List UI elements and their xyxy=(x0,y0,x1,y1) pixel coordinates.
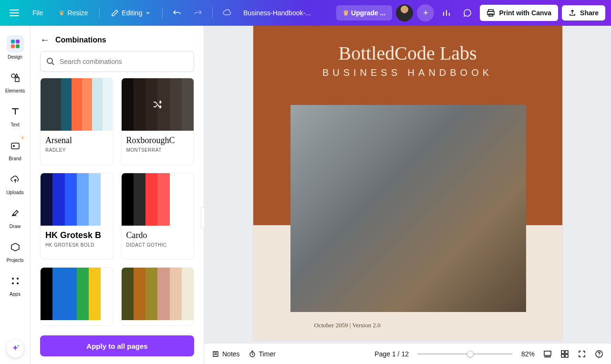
add-member-button[interactable]: + xyxy=(417,4,434,21)
rail-draw[interactable]: Draw xyxy=(1,201,30,233)
svg-point-13 xyxy=(12,282,14,284)
share-button[interactable]: Share xyxy=(562,5,605,21)
combination-card[interactable]: RoxboroughCMONTSERRAT xyxy=(121,78,195,165)
pencil-icon xyxy=(111,9,119,17)
svg-point-15 xyxy=(18,345,19,347)
svg-rect-9 xyxy=(11,143,19,149)
back-button[interactable]: ← xyxy=(40,34,50,45)
combo-title: Cardo xyxy=(126,230,189,240)
print-button[interactable]: Print with Canva xyxy=(480,5,558,21)
combination-card[interactable]: CardoDidact Gothic xyxy=(121,173,195,260)
svg-point-11 xyxy=(12,278,14,280)
combo-title: Arsenal xyxy=(45,135,108,146)
svg-rect-18 xyxy=(544,351,551,355)
magic-button[interactable] xyxy=(7,340,24,357)
rail-projects[interactable]: Projects xyxy=(1,235,30,267)
user-avatar[interactable] xyxy=(396,4,413,21)
top-toolbar: File ♛Resize Editing Business-Handbook-.… xyxy=(0,0,611,26)
menu-button[interactable] xyxy=(6,4,23,21)
svg-rect-22 xyxy=(561,354,564,357)
bottom-toolbar: Notes Timer Page 1 / 12 82% xyxy=(204,343,611,364)
view-thumbnail-button[interactable] xyxy=(543,350,552,358)
combinations-panel: ← Combinations ArsenalRadleyRoxboroughCM… xyxy=(31,26,204,364)
combination-card[interactable]: ArsenalRadley xyxy=(40,78,114,165)
page-footer-text[interactable]: October 2059 | Version 2.0 xyxy=(314,322,381,329)
rail-design[interactable]: Design xyxy=(1,31,30,63)
search-icon xyxy=(46,57,55,66)
redo-button[interactable] xyxy=(189,4,207,21)
svg-rect-8 xyxy=(15,78,19,82)
undo-button[interactable] xyxy=(168,4,186,21)
canvas-area: BottledCode Labs BUSINESS HANDBOOK Octob… xyxy=(204,26,611,364)
comments-button[interactable] xyxy=(459,4,476,21)
svg-rect-4 xyxy=(16,40,20,43)
fullscreen-button[interactable] xyxy=(578,350,586,358)
svg-point-10 xyxy=(13,145,15,147)
share-icon xyxy=(569,9,576,17)
svg-rect-20 xyxy=(561,351,564,354)
combo-subtitle: MONTSERRAT xyxy=(126,147,189,153)
svg-point-12 xyxy=(17,278,19,280)
svg-rect-1 xyxy=(487,11,494,15)
printer-icon xyxy=(487,9,495,17)
svg-point-16 xyxy=(47,58,52,63)
view-grid-button[interactable] xyxy=(560,350,569,358)
editing-mode-dropdown[interactable]: Editing xyxy=(105,5,156,21)
crown-icon: ♛ xyxy=(21,135,25,140)
cloud-sync-icon[interactable] xyxy=(218,4,236,21)
combination-card[interactable]: HK Grotesk BHK GROTESK BOLD xyxy=(40,173,114,260)
combo-subtitle: HK GROTESK BOLD xyxy=(45,242,108,248)
page-subtitle[interactable]: BUSINESS HANDBOOK xyxy=(322,67,493,78)
svg-point-14 xyxy=(17,282,19,284)
svg-point-7 xyxy=(11,74,15,78)
rail-uploads[interactable]: Uploads xyxy=(1,167,30,199)
page-hero-image[interactable] xyxy=(290,105,526,312)
crown-icon: ♛ xyxy=(59,9,65,17)
chevron-down-icon xyxy=(145,10,151,16)
svg-point-25 xyxy=(599,355,600,356)
rail-brand[interactable]: ♛Brand xyxy=(1,133,30,165)
rail-elements[interactable]: Elements xyxy=(1,65,30,97)
side-rail: Design Elements Text ♛Brand Uploads Draw… xyxy=(0,26,31,364)
combinations-grid: ArsenalRadleyRoxboroughCMONTSERRATHK Gro… xyxy=(31,78,204,332)
insights-button[interactable] xyxy=(438,4,455,21)
svg-rect-3 xyxy=(11,40,15,43)
rail-apps[interactable]: Apps xyxy=(1,269,30,301)
rail-text[interactable]: Text xyxy=(1,99,30,131)
panel-title: Combinations xyxy=(55,36,106,44)
combo-title: RoxboroughC xyxy=(126,135,189,146)
file-menu[interactable]: File xyxy=(27,5,49,21)
svg-rect-23 xyxy=(565,354,568,357)
combination-card[interactable] xyxy=(40,267,114,326)
zoom-level[interactable]: 82% xyxy=(521,350,535,358)
help-button[interactable] xyxy=(595,350,603,358)
document-title[interactable]: Business-Handbook-... xyxy=(243,9,311,17)
svg-rect-21 xyxy=(565,351,568,354)
canvas-page[interactable]: BottledCode Labs BUSINESS HANDBOOK Octob… xyxy=(253,26,562,340)
resize-button[interactable]: ♛Resize xyxy=(53,5,94,21)
page-brand-title[interactable]: BottledCode Labs xyxy=(339,42,477,64)
upgrade-button[interactable]: ♛ Upgrade ... xyxy=(336,5,392,21)
zoom-slider[interactable] xyxy=(417,353,513,355)
svg-rect-19 xyxy=(544,356,551,357)
search-input[interactable] xyxy=(40,51,194,72)
combo-title: HK Grotesk B xyxy=(45,230,108,240)
combo-subtitle: Didact Gothic xyxy=(126,242,189,248)
svg-rect-6 xyxy=(16,44,20,48)
combo-subtitle: Radley xyxy=(45,147,108,153)
combination-card[interactable] xyxy=(121,267,195,326)
page-counter[interactable]: Page 1 / 12 xyxy=(374,350,409,358)
svg-rect-5 xyxy=(11,44,15,48)
shuffle-icon xyxy=(122,78,194,131)
timer-button[interactable]: Timer xyxy=(249,350,276,358)
crown-icon: ♛ xyxy=(343,9,349,17)
apply-all-button[interactable]: Apply to all pages xyxy=(40,335,194,356)
notes-button[interactable]: Notes xyxy=(212,350,240,358)
